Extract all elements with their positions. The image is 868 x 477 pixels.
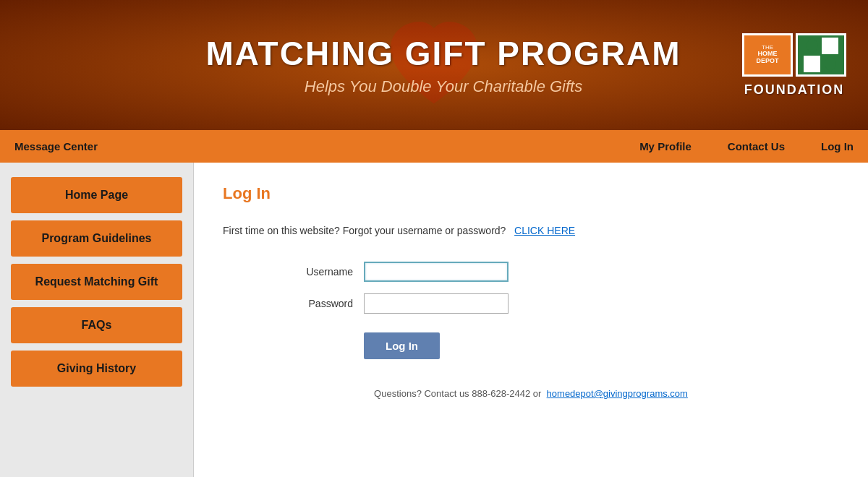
sidebar-item-faqs[interactable]: FAQs [11,307,182,343]
click-here-link[interactable]: CLICK HERE [514,225,575,236]
footer-contact: Questions? Contact us 888-628-2442 or ho… [223,388,839,399]
login-submit-button[interactable]: Log In [364,332,440,359]
sidebar-item-home-page[interactable]: Home Page [11,177,182,213]
sidebar-item-request-matching-gift[interactable]: Request Matching Gift [11,264,182,300]
password-input[interactable] [364,293,509,314]
contact-us-link[interactable]: Contact Us [728,140,785,152]
navbar: Message Center My Profile Contact Us Log… [0,130,868,163]
homedepot-logo-icon: THE HOMEDEPOT [742,33,793,77]
log-in-nav-link[interactable]: Log In [821,140,854,152]
header-logo: THE HOMEDEPOT [742,33,846,98]
fg-cell-4 [822,56,838,72]
header-text-block: MATCHING GIFT PROGRAM Helps You Double Y… [0,34,742,96]
header-title: MATCHING GIFT PROGRAM [145,34,742,73]
leaf-icon-4 [822,56,838,72]
logo-box: THE HOMEDEPOT [742,33,846,98]
foundation-logo-icon [796,33,846,77]
password-label: Password [281,298,353,309]
leaf-icon-1 [804,38,820,54]
fg-cell-3 [804,56,820,72]
foundation-grid [804,38,838,72]
footer-email-link[interactable]: homedepot@givingprograms.com [547,388,688,399]
login-form: Username Password Log In [281,262,839,359]
logo-icons: THE HOMEDEPOT [742,33,846,77]
nav-left: Message Center [14,140,639,153]
login-page-area: Log In First time on this website? Forgo… [194,163,868,477]
hd-main-text: HOMEDEPOT [756,51,778,65]
sidebar: Home Page Program Guidelines Request Mat… [0,163,194,477]
footer-contact-text: Questions? Contact us 888-628-2442 or [374,388,541,399]
fg-cell-2 [822,38,838,54]
main-content: Home Page Program Guidelines Request Mat… [0,163,868,477]
login-page-title: Log In [223,184,839,203]
nav-right: My Profile Contact Us Log In [639,140,854,152]
sidebar-item-giving-history[interactable]: Giving History [11,351,182,387]
my-profile-link[interactable]: My Profile [639,140,692,152]
username-input[interactable] [364,262,509,282]
header-subtitle: Helps You Double Your Charitable Gifts [145,77,742,96]
username-label: Username [281,266,353,278]
password-row: Password [281,293,509,314]
foundation-label: FOUNDATION [744,82,845,98]
header: MATCHING GIFT PROGRAM Helps You Double Y… [0,0,868,130]
message-center-link[interactable]: Message Center [14,140,98,152]
first-time-message: First time on this website? Forgot your … [223,225,839,236]
sidebar-item-program-guidelines[interactable]: Program Guidelines [11,220,182,257]
leaf-icon-2 [823,38,838,53]
username-row: Username [281,262,509,282]
leaf-icon-3 [805,56,820,71]
first-time-text-label: First time on this website? Forgot your … [223,225,506,236]
fg-cell-1 [804,38,820,54]
